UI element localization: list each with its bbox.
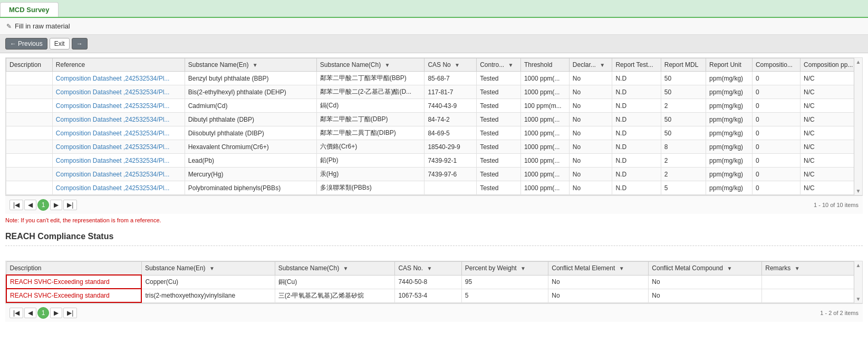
table-cell: 0 [752, 72, 800, 85]
table-cell: N/C [801, 168, 862, 181]
reach-prev-page-button[interactable]: ◀ [24, 308, 36, 318]
table-cell: 50 [661, 85, 706, 99]
table-cell[interactable]: Composition Datasheet ,242532534/Pl... [52, 85, 185, 99]
table-cell: 7440-43-9 [425, 99, 477, 113]
filter-sn-ch-icon[interactable]: ▼ [385, 62, 390, 68]
table-cell [6, 195, 53, 195]
reach-col-description: Description [6, 262, 141, 276]
reach-next-page-button[interactable]: ▶ [50, 308, 62, 318]
table-cell [6, 168, 53, 181]
reach-scroll-up-icon[interactable]: ▲ [856, 262, 861, 268]
prev-page-button[interactable]: ◀ [24, 200, 36, 210]
table-cell: 多溴聯苯醚類(PBDEs) [316, 195, 425, 195]
exit-button[interactable]: Exit [50, 38, 70, 50]
reach-table-cell: REACH SVHC-Exceeding standard [6, 289, 141, 302]
reach-table-container: Description Substance Name(En) ▼ Substan… [5, 261, 863, 303]
reach-table-row: REACH SVHC-Exceeding standardtris(2-meth… [6, 289, 862, 302]
reach-filter-remarks-icon[interactable]: ▼ [795, 266, 800, 271]
table-cell[interactable]: Composition Datasheet ,242532534/Pl... [52, 113, 185, 126]
reach-first-page-button[interactable]: |◀ [9, 308, 23, 318]
table-cell: Lead(Pb) [185, 154, 316, 168]
reach-table-cell: 1067-53-4 [395, 289, 461, 302]
mcd-survey-tab[interactable]: MCD Survey [0, 2, 59, 17]
filter-sn-en-icon[interactable]: ▼ [253, 62, 258, 68]
table-cell: 2 [661, 99, 706, 113]
scroll-up-icon[interactable]: ▲ [856, 59, 861, 65]
reach-table-cell [762, 289, 862, 302]
table-cell: N.D [612, 195, 661, 195]
table-cell: 18540-29-9 [425, 140, 477, 154]
table-cell: 1000 ppm(... [520, 72, 569, 85]
scroll-down-icon[interactable]: ▼ [856, 188, 861, 194]
table-cell[interactable]: Composition Datasheet ,242532534/Pl... [52, 195, 185, 195]
reach-filter-sn-en-icon[interactable]: ▼ [209, 266, 215, 271]
first-page-button[interactable]: |◀ [9, 200, 23, 210]
left-arrow-icon: ← [10, 40, 16, 47]
table-cell: 0 [752, 181, 800, 195]
table-cell: ppm(mg/kg) [706, 126, 753, 140]
table-cell [6, 99, 53, 113]
table-row: Composition Datasheet ,242532534/Pl...Po… [6, 195, 862, 195]
table-cell: 鉛(Pb) [316, 154, 425, 168]
reach-table: Description Substance Name(En) ▼ Substan… [6, 261, 862, 303]
reach-filter-percent-icon[interactable]: ▼ [520, 266, 526, 271]
table-cell: 1000 ppm(... [520, 85, 569, 99]
table-cell [6, 126, 53, 140]
col-header-control: Contro... ▼ [477, 58, 521, 72]
table-cell: Polybrominated biphenyls(PBBs) [185, 181, 316, 195]
table-cell: N.D [612, 140, 661, 154]
next-button[interactable]: → [72, 38, 88, 50]
table-row: Composition Datasheet ,242532534/Pl...Me… [6, 168, 862, 181]
filter-cas-icon[interactable]: ▼ [455, 62, 460, 68]
table-cell[interactable]: Composition Datasheet ,242532534/Pl... [52, 140, 185, 154]
reach-col-sn-ch: Substance Name(Ch) ▼ [275, 262, 395, 276]
table-cell: N/C [801, 195, 862, 195]
table-cell: ppm(mg/kg) [706, 72, 753, 85]
table-cell: N/C [801, 72, 862, 85]
table-cell: 50 [661, 126, 706, 140]
table-cell: 鄰苯二甲酸二(2-乙基己基)酯(D... [316, 85, 425, 99]
table-cell: No [569, 140, 612, 154]
reach-scroll-down-icon[interactable]: ▼ [856, 296, 861, 302]
table-cell[interactable]: Composition Datasheet ,242532534/Pl... [52, 72, 185, 85]
last-page-button[interactable]: ▶| [63, 200, 77, 210]
table-cell: Benzyl butyl phthalate (BBP) [185, 72, 316, 85]
col-header-compp: Composition pp... [801, 58, 862, 72]
table-cell: 1000 ppm(... [520, 181, 569, 195]
reach-filter-conflict-compound-icon[interactable]: ▼ [727, 266, 732, 271]
table-cell[interactable]: Composition Datasheet ,242532534/Pl... [52, 181, 185, 195]
table-cell: 1000 ppm(... [520, 113, 569, 126]
next-page-button[interactable]: ▶ [50, 200, 62, 210]
reach-col-sn-en: Substance Name(En) ▼ [141, 262, 275, 276]
table-cell: N/C [801, 113, 862, 126]
table-cell[interactable]: Composition Datasheet ,242532534/Pl... [52, 99, 185, 113]
filter-declar-icon[interactable]: ▼ [600, 62, 605, 68]
col-header-report-mdl: Report MDL [661, 58, 706, 72]
reach-filter-cas-icon[interactable]: ▼ [427, 266, 432, 271]
table-cell: No [569, 72, 612, 85]
reach-col-conflict-element: Conflict Metal Element ▼ [548, 262, 649, 276]
reach-table-cell: REACH SVHC-Exceeding standard [6, 275, 141, 289]
table-cell[interactable]: Composition Datasheet ,242532534/Pl... [52, 126, 185, 140]
table-cell: 84-74-2 [425, 113, 477, 126]
reach-col-percent-weight: Percent by Weight ▼ [461, 262, 548, 276]
table-cell: ppm(mg/kg) [706, 154, 753, 168]
main-page-info: 1 - 10 of 10 items [814, 202, 859, 208]
table-cell: 1000 ppm(... [520, 140, 569, 154]
reach-page-1-button[interactable]: 1 [37, 307, 49, 319]
table-cell: 7439-97-6 [425, 168, 477, 181]
table-cell: Bis(2-ethylhexyl) phthalate (DEHP) [185, 85, 316, 99]
filter-control-icon[interactable]: ▼ [508, 62, 514, 68]
reach-table-cell: No [548, 275, 649, 289]
previous-button[interactable]: ← Previous [5, 38, 47, 50]
page-1-button[interactable]: 1 [37, 199, 49, 211]
reach-last-page-button[interactable]: ▶| [63, 308, 77, 318]
table-cell: ppm(mg/kg) [706, 99, 753, 113]
reach-filter-sn-ch-icon[interactable]: ▼ [343, 266, 349, 271]
reach-filter-conflict-element-icon[interactable]: ▼ [619, 266, 624, 271]
table-cell: 5 [661, 195, 706, 195]
table-cell[interactable]: Composition Datasheet ,242532534/Pl... [52, 168, 185, 181]
table-cell: 2 [661, 168, 706, 181]
table-cell[interactable]: Composition Datasheet ,242532534/Pl... [52, 154, 185, 168]
table-cell: 2 [661, 154, 706, 168]
